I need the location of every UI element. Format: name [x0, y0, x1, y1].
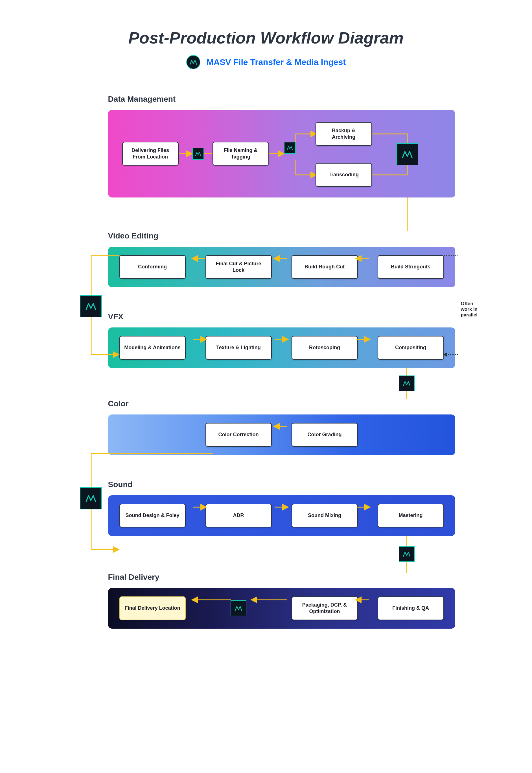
- node-stringouts: Build Stringouts: [378, 255, 444, 279]
- node-rotoscoping: Rotoscoping: [292, 336, 358, 360]
- section-label-data: Data Management: [108, 95, 455, 104]
- masv-icon: [399, 546, 415, 562]
- masv-icon: [399, 375, 415, 391]
- panel-sound: Sound Design & Foley ADR Sound Mixing Ma…: [108, 495, 455, 536]
- page-title: Post-Production Workflow Diagram: [77, 28, 455, 47]
- parallel-note: Often work in parallel: [461, 301, 478, 318]
- node-backup-archiving: Backup & Archiving: [316, 122, 372, 146]
- masv-icon: [396, 143, 418, 165]
- node-packaging: Packaging, DCP, & Optimization: [292, 597, 358, 620]
- subtitle: MASV File Transfer & Media Ingest: [207, 57, 346, 67]
- node-final-cut: Final Cut & Picture Lock: [205, 255, 272, 279]
- masv-icon: [284, 142, 296, 154]
- node-color-correction: Color Correction: [205, 423, 272, 447]
- masv-icon: [192, 148, 204, 159]
- panel-color: Color Correction Color Grading: [108, 414, 455, 455]
- panel-vfx: Modeling & Animations Texture & Lighting…: [108, 328, 455, 368]
- node-modeling: Modeling & Animations: [119, 336, 186, 360]
- node-file-naming: File Naming & Tagging: [213, 142, 269, 165]
- node-mastering: Mastering: [378, 504, 444, 527]
- node-final-delivery-location: Final Delivery Location: [119, 597, 186, 620]
- panel-data-management: Delivering Files From Location File Nami…: [108, 110, 455, 198]
- node-transcoding: Transcoding: [316, 163, 372, 187]
- masv-icon: [80, 295, 102, 317]
- node-finishing-qa: Finishing & QA: [378, 597, 444, 620]
- panel-final-delivery: Final Delivery Location Packaging, DCP, …: [108, 588, 455, 629]
- section-label-vfx: VFX: [108, 312, 455, 321]
- masv-logo-icon: [186, 55, 200, 69]
- diagram-content: Data Management Delivering Files From Lo…: [108, 95, 455, 629]
- node-texture: Texture & Lighting: [205, 336, 272, 360]
- node-compositing: Compositing: [378, 336, 444, 360]
- masv-icon: [231, 601, 246, 616]
- node-color-grading: Color Grading: [292, 423, 358, 447]
- panel-video-editing: Conforming Final Cut & Picture Lock Buil…: [108, 247, 455, 287]
- section-label-final: Final Delivery: [108, 573, 455, 582]
- node-sound-design: Sound Design & Foley: [119, 504, 186, 527]
- node-adr: ADR: [205, 504, 272, 527]
- masv-icon: [80, 487, 102, 509]
- node-sound-mixing: Sound Mixing: [292, 504, 358, 527]
- subtitle-row: MASV File Transfer & Media Ingest: [77, 55, 455, 69]
- section-label-sound: Sound: [108, 480, 455, 489]
- node-delivering-files: Delivering Files From Location: [122, 142, 179, 165]
- node-rough-cut: Build Rough Cut: [292, 255, 358, 279]
- section-label-video: Video Editing: [108, 232, 455, 241]
- node-conforming: Conforming: [119, 255, 186, 279]
- section-label-color: Color: [108, 399, 455, 408]
